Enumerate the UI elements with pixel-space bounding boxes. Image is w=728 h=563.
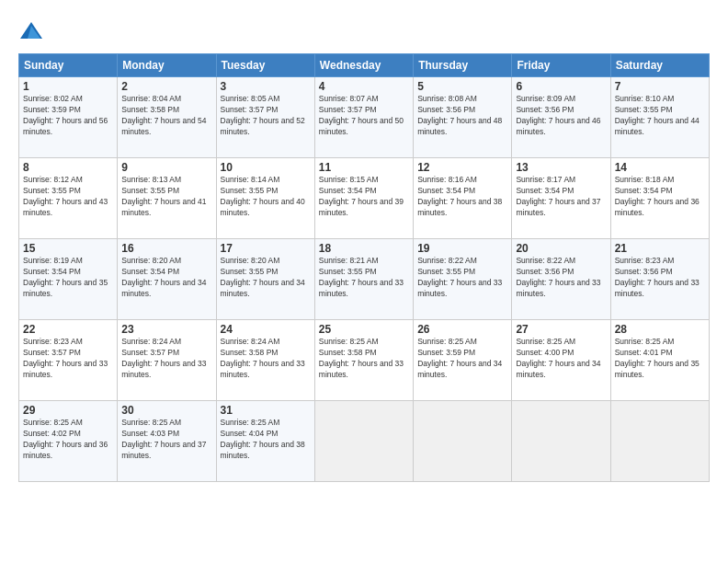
day-info: Sunrise: 8:09 AMSunset: 3:56 PMDaylight:…: [516, 94, 606, 138]
day-number: 20: [516, 242, 606, 255]
calendar-header-saturday: Saturday: [610, 54, 709, 77]
day-number: 18: [319, 242, 409, 255]
day-number: 25: [319, 323, 409, 336]
calendar-cell: 30 Sunrise: 8:25 AMSunset: 4:03 PMDaylig…: [118, 401, 216, 482]
calendar-body: 1 Sunrise: 8:02 AMSunset: 3:59 PMDayligh…: [19, 77, 710, 482]
day-info: Sunrise: 8:20 AMSunset: 3:54 PMDaylight:…: [121, 256, 211, 300]
calendar-cell: 10 Sunrise: 8:14 AMSunset: 3:55 PMDaylig…: [216, 158, 314, 239]
calendar-cell: 16 Sunrise: 8:20 AMSunset: 3:54 PMDaylig…: [118, 239, 216, 320]
calendar-cell: 4 Sunrise: 8:07 AMSunset: 3:57 PMDayligh…: [314, 77, 413, 158]
day-number: 29: [23, 404, 113, 417]
calendar-cell: 18 Sunrise: 8:21 AMSunset: 3:55 PMDaylig…: [314, 239, 413, 320]
day-number: 16: [121, 242, 211, 255]
day-info: Sunrise: 8:25 AMSunset: 4:03 PMDaylight:…: [121, 418, 211, 462]
logo: [18, 20, 48, 46]
calendar-cell: [414, 401, 512, 482]
day-info: Sunrise: 8:04 AMSunset: 3:58 PMDaylight:…: [121, 94, 211, 138]
calendar-cell: 12 Sunrise: 8:16 AMSunset: 3:54 PMDaylig…: [414, 158, 512, 239]
day-number: 28: [615, 323, 705, 336]
calendar-cell: 23 Sunrise: 8:24 AMSunset: 3:57 PMDaylig…: [118, 320, 216, 401]
day-number: 24: [221, 323, 311, 336]
calendar-cell: [512, 401, 610, 482]
calendar-header-friday: Friday: [512, 54, 610, 77]
day-info: Sunrise: 8:21 AMSunset: 3:55 PMDaylight:…: [319, 256, 409, 300]
calendar-cell: 21 Sunrise: 8:23 AMSunset: 3:56 PMDaylig…: [610, 239, 709, 320]
day-info: Sunrise: 8:05 AMSunset: 3:57 PMDaylight:…: [221, 94, 311, 138]
calendar-cell: 27 Sunrise: 8:25 AMSunset: 4:00 PMDaylig…: [512, 320, 610, 401]
day-info: Sunrise: 8:02 AMSunset: 3:59 PMDaylight:…: [23, 94, 113, 138]
day-number: 8: [23, 161, 113, 174]
calendar-week-5: 29 Sunrise: 8:25 AMSunset: 4:02 PMDaylig…: [19, 401, 710, 482]
day-number: 5: [417, 80, 507, 93]
day-info: Sunrise: 8:18 AMSunset: 3:54 PMDaylight:…: [615, 175, 705, 219]
day-info: Sunrise: 8:24 AMSunset: 3:57 PMDaylight:…: [121, 337, 211, 381]
day-info: Sunrise: 8:23 AMSunset: 3:57 PMDaylight:…: [23, 337, 113, 381]
day-info: Sunrise: 8:25 AMSunset: 4:04 PMDaylight:…: [221, 418, 311, 462]
calendar-cell: 25 Sunrise: 8:25 AMSunset: 3:58 PMDaylig…: [314, 320, 413, 401]
day-number: 23: [121, 323, 211, 336]
day-info: Sunrise: 8:25 AMSunset: 4:01 PMDaylight:…: [615, 337, 705, 381]
calendar-cell: 26 Sunrise: 8:25 AMSunset: 3:59 PMDaylig…: [414, 320, 512, 401]
page: SundayMondayTuesdayWednesdayThursdayFrid…: [0, 0, 728, 563]
day-info: Sunrise: 8:10 AMSunset: 3:55 PMDaylight:…: [615, 94, 705, 138]
day-number: 13: [516, 161, 606, 174]
header: [18, 17, 710, 46]
calendar-cell: 11 Sunrise: 8:15 AMSunset: 3:54 PMDaylig…: [314, 158, 413, 239]
calendar-cell: 14 Sunrise: 8:18 AMSunset: 3:54 PMDaylig…: [610, 158, 709, 239]
day-info: Sunrise: 8:19 AMSunset: 3:54 PMDaylight:…: [23, 256, 113, 300]
day-info: Sunrise: 8:17 AMSunset: 3:54 PMDaylight:…: [516, 175, 606, 219]
day-number: 3: [221, 80, 311, 93]
calendar-header-tuesday: Tuesday: [216, 54, 314, 77]
calendar-cell: 22 Sunrise: 8:23 AMSunset: 3:57 PMDaylig…: [19, 320, 118, 401]
calendar-cell: 20 Sunrise: 8:22 AMSunset: 3:56 PMDaylig…: [512, 239, 610, 320]
calendar-cell: 17 Sunrise: 8:20 AMSunset: 3:55 PMDaylig…: [216, 239, 314, 320]
day-info: Sunrise: 8:16 AMSunset: 3:54 PMDaylight:…: [417, 175, 507, 219]
calendar-cell: 15 Sunrise: 8:19 AMSunset: 3:54 PMDaylig…: [19, 239, 118, 320]
day-number: 26: [417, 323, 507, 336]
day-info: Sunrise: 8:14 AMSunset: 3:55 PMDaylight:…: [221, 175, 311, 219]
day-number: 31: [221, 404, 311, 417]
day-number: 4: [319, 80, 409, 93]
calendar-header-row: SundayMondayTuesdayWednesdayThursdayFrid…: [19, 54, 710, 77]
calendar-cell: [610, 401, 709, 482]
day-info: Sunrise: 8:25 AMSunset: 4:00 PMDaylight:…: [516, 337, 606, 381]
day-info: Sunrise: 8:25 AMSunset: 3:58 PMDaylight:…: [319, 337, 409, 381]
day-number: 15: [23, 242, 113, 255]
calendar-cell: 8 Sunrise: 8:12 AMSunset: 3:55 PMDayligh…: [19, 158, 118, 239]
calendar-cell: 7 Sunrise: 8:10 AMSunset: 3:55 PMDayligh…: [610, 77, 709, 158]
calendar-header-sunday: Sunday: [19, 54, 118, 77]
day-number: 6: [516, 80, 606, 93]
day-number: 30: [121, 404, 211, 417]
day-info: Sunrise: 8:08 AMSunset: 3:56 PMDaylight:…: [417, 94, 507, 138]
day-number: 7: [615, 80, 705, 93]
day-info: Sunrise: 8:12 AMSunset: 3:55 PMDaylight:…: [23, 175, 113, 219]
day-info: Sunrise: 8:25 AMSunset: 4:02 PMDaylight:…: [23, 418, 113, 462]
day-number: 1: [23, 80, 113, 93]
calendar-cell: 29 Sunrise: 8:25 AMSunset: 4:02 PMDaylig…: [19, 401, 118, 482]
day-info: Sunrise: 8:23 AMSunset: 3:56 PMDaylight:…: [615, 256, 705, 300]
day-info: Sunrise: 8:13 AMSunset: 3:55 PMDaylight:…: [121, 175, 211, 219]
day-info: Sunrise: 8:22 AMSunset: 3:56 PMDaylight:…: [516, 256, 606, 300]
calendar-cell: 1 Sunrise: 8:02 AMSunset: 3:59 PMDayligh…: [19, 77, 118, 158]
day-info: Sunrise: 8:24 AMSunset: 3:58 PMDaylight:…: [221, 337, 311, 381]
calendar-cell: 2 Sunrise: 8:04 AMSunset: 3:58 PMDayligh…: [118, 77, 216, 158]
day-number: 10: [221, 161, 311, 174]
day-number: 14: [615, 161, 705, 174]
calendar-cell: 13 Sunrise: 8:17 AMSunset: 3:54 PMDaylig…: [512, 158, 610, 239]
calendar-header-wednesday: Wednesday: [314, 54, 413, 77]
day-info: Sunrise: 8:15 AMSunset: 3:54 PMDaylight:…: [319, 175, 409, 219]
calendar-cell: 31 Sunrise: 8:25 AMSunset: 4:04 PMDaylig…: [216, 401, 314, 482]
day-number: 11: [319, 161, 409, 174]
day-number: 27: [516, 323, 606, 336]
calendar-cell: 28 Sunrise: 8:25 AMSunset: 4:01 PMDaylig…: [610, 320, 709, 401]
day-info: Sunrise: 8:07 AMSunset: 3:57 PMDaylight:…: [319, 94, 409, 138]
calendar-header-thursday: Thursday: [414, 54, 512, 77]
calendar-week-3: 15 Sunrise: 8:19 AMSunset: 3:54 PMDaylig…: [19, 239, 710, 320]
calendar-cell: 9 Sunrise: 8:13 AMSunset: 3:55 PMDayligh…: [118, 158, 216, 239]
day-number: 2: [121, 80, 211, 93]
calendar-table: SundayMondayTuesdayWednesdayThursdayFrid…: [18, 53, 710, 482]
day-number: 22: [23, 323, 113, 336]
calendar-cell: 6 Sunrise: 8:09 AMSunset: 3:56 PMDayligh…: [512, 77, 610, 158]
calendar-cell: 24 Sunrise: 8:24 AMSunset: 3:58 PMDaylig…: [216, 320, 314, 401]
calendar-cell: 19 Sunrise: 8:22 AMSunset: 3:55 PMDaylig…: [414, 239, 512, 320]
